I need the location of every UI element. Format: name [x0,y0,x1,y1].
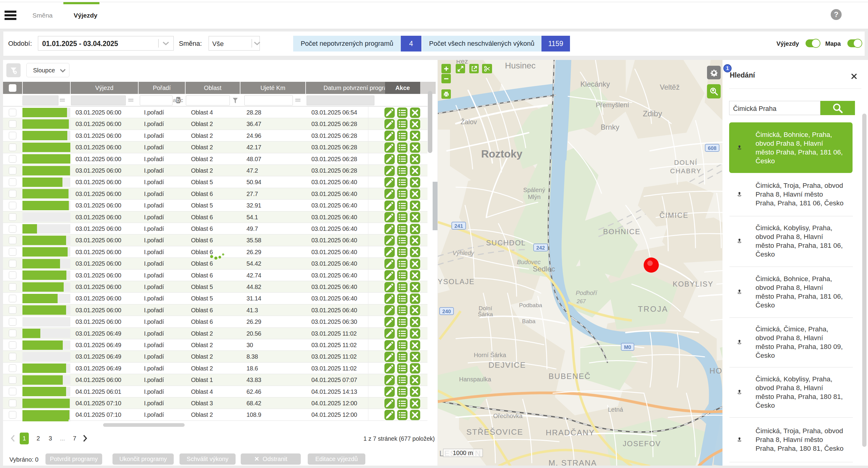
svg-text:HRADČANY: HRADČANY [546,428,595,437]
svg-text:240: 240 [442,309,451,314]
svg-text:Ořechovka: Ořechovka [493,412,523,419]
svg-text:Přemyšlení: Přemyšlení [596,101,629,109]
svg-text:BOHNICE: BOHNICE [603,228,640,236]
svg-text:242: 242 [536,245,545,251]
svg-text:241: 241 [455,223,463,229]
svg-text:Klecánky: Klecánky [580,80,610,88]
svg-text:Podbaba: Podbaba [519,302,542,308]
svg-text:Spálený: Spálený [523,187,545,193]
svg-text:Podhoří: Podhoří [576,290,597,296]
svg-text:KOBYLISY: KOBYLISY [673,280,714,288]
svg-text:Roztoky: Roztoky [481,148,523,160]
svg-text:Letná: Letná [608,406,623,413]
svg-text:Husinec: Husinec [505,61,535,70]
svg-text:608: 608 [708,145,716,151]
svg-text:267: 267 [576,298,586,304]
svg-text:Zdiby: Zdiby [643,109,662,118]
svg-text:Horní Šárka: Horní Šárka [474,352,506,358]
svg-text:M0: M0 [624,344,631,350]
svg-text:Baba: Baba [522,318,536,325]
svg-text:ČIMICE: ČIMICE [659,211,688,219]
svg-text:Brnky: Brnky [600,123,619,131]
svg-text:Hanspaulka: Hanspaulka [459,376,492,382]
svg-text:M. STRANA: M. STRANA [549,458,597,466]
svg-text:TROJA: TROJA [638,304,668,313]
svg-text:Šárka: Šárka [478,311,493,317]
svg-text:STŘEŠOVICE: STŘEŠOVICE [466,427,523,436]
svg-text:SUCHDOL: SUCHDOL [486,239,526,247]
svg-text:Budovec: Budovec [517,259,540,265]
svg-text:Veltěž: Veltěž [660,83,679,91]
svg-text:CHABRY: CHABRY [670,167,701,175]
svg-text:BUBENEČ: BUBENEČ [549,372,591,381]
svg-text:Žalov: Žalov [461,118,477,126]
svg-text:JOSEFOV: JOSEFOV [623,439,661,448]
svg-text:Výhledy: Výhledy [452,249,474,256]
svg-text:1000 m: 1000 m [453,449,473,456]
svg-text:LYSOLAJE: LYSOLAJE [438,277,475,286]
svg-text:Sedlec: Sedlec [533,265,555,273]
svg-text:Mlýn: Mlýn [528,194,540,200]
svg-text:DEJVICE: DEJVICE [489,361,526,370]
svg-text:Dolní: Dolní [479,305,492,311]
svg-text:DOLNÍ: DOLNÍ [674,159,697,166]
